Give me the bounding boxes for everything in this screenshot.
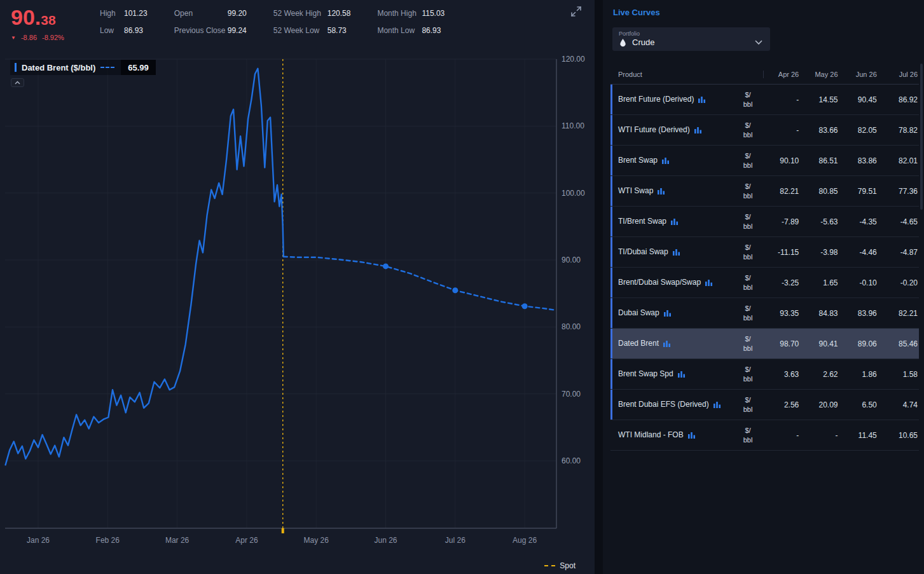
portfolio-value: Crude <box>632 38 654 47</box>
expand-arrows-icon <box>570 6 582 17</box>
portfolio-dropdown[interactable]: Portfolio Crude <box>612 27 770 51</box>
product-cell[interactable]: WTI Future (Derived) <box>610 125 733 135</box>
curve-value: 1.65 <box>802 278 841 287</box>
product-name: Dubai Swap <box>618 308 659 318</box>
mini-chart-icon[interactable] <box>658 188 665 195</box>
column-header-apr26[interactable]: Apr 26 <box>763 71 802 78</box>
mini-chart-icon[interactable] <box>714 402 721 408</box>
product-name: TI/Brent Swap <box>618 217 666 226</box>
mini-chart-icon[interactable] <box>664 310 671 317</box>
unit-cell: $/ bbl <box>733 426 763 445</box>
curve-value: 90.10 <box>763 156 802 165</box>
curve-value: - <box>763 431 802 440</box>
expand-chart-button[interactable] <box>569 5 583 19</box>
table-row[interactable]: Dated Brent$/ bbl98.7090.4189.0685.46 <box>610 329 919 359</box>
price-chart[interactable]: Jan 26Feb 26Mar 26Apr 26May 26Jun 26Jul … <box>0 54 595 574</box>
curve-value: -0.10 <box>841 278 880 287</box>
table-header-row: Product Apr 26 May 26 Jun 26 Jul 26 <box>610 66 919 85</box>
product-name: WTI Future (Derived) <box>618 125 690 135</box>
table-row[interactable]: WTI Midland - FOB$/ bbl--11.4510.65 <box>610 420 919 451</box>
change-percent: -8.92% <box>42 34 64 41</box>
row-accent-bar <box>610 237 612 267</box>
unit-cell: $/ bbl <box>733 395 763 414</box>
collapse-legend-button[interactable] <box>11 78 24 87</box>
mini-chart-icon[interactable] <box>698 97 705 103</box>
product-cell[interactable]: Dubai Swap <box>610 308 733 318</box>
curve-value: -0.20 <box>880 278 919 287</box>
product-name: Brent Swap Spd <box>618 369 673 379</box>
mini-chart-icon[interactable] <box>662 158 669 164</box>
column-header-may26[interactable]: May 26 <box>802 71 841 78</box>
product-cell[interactable]: TI/Dubai Swap <box>610 247 733 257</box>
curve-table-body: Brent Future (Derived)$/ bbl-14.5590.458… <box>610 85 919 451</box>
product-cell[interactable]: WTI Midland - FOB <box>610 430 733 440</box>
product-cell[interactable]: WTI Swap <box>610 186 733 196</box>
table-row[interactable]: TI/Brent Swap$/ bbl-7.89-5.63-4.35-4.65 <box>610 207 919 237</box>
product-cell[interactable]: Brent Swap <box>610 156 733 165</box>
spot-dash-swatch <box>544 565 555 566</box>
stat-group: High101.23 Low86.93 <box>100 9 148 43</box>
curve-value: 86.92 <box>880 95 919 104</box>
table-row[interactable]: Brent Swap Spd$/ bbl3.632.621.861.58 <box>610 359 919 390</box>
mini-chart-icon[interactable] <box>673 249 680 256</box>
product-cell[interactable]: TI/Brent Swap <box>610 217 733 226</box>
price-integer: 90. <box>11 5 41 29</box>
svg-text:Jul 26: Jul 26 <box>445 536 465 545</box>
svg-text:Jun 26: Jun 26 <box>374 536 397 545</box>
stat-value: 58.73 <box>328 26 347 35</box>
row-accent-bar <box>610 115 612 145</box>
product-name: Brent Future (Derived) <box>618 95 694 104</box>
table-row[interactable]: Dubai Swap$/ bbl93.3584.8383.9682.21 <box>610 298 919 329</box>
table-row[interactable]: TI/Dubai Swap$/ bbl-11.15-3.98-4.46-4.87 <box>610 237 919 268</box>
change-value: -8.86 <box>21 34 37 41</box>
row-accent-bar <box>610 298 612 328</box>
curve-value: - <box>802 431 841 440</box>
curve-value: -11.15 <box>763 248 802 257</box>
svg-text:80.00: 80.00 <box>562 322 581 331</box>
column-header-jul26[interactable]: Jul 26 <box>880 71 919 78</box>
unit-cell: $/ bbl <box>733 243 763 262</box>
column-header-jun26[interactable]: Jun 26 <box>841 71 880 78</box>
unit-cell: $/ bbl <box>733 334 763 353</box>
stat-value: 101.23 <box>124 9 148 18</box>
curve-value: 83.96 <box>841 309 880 318</box>
live-curves-title[interactable]: Live Curves <box>613 8 919 17</box>
unit-cell: $/ bbl <box>733 365 763 384</box>
series-label: Dated Brent ($/bbl) <box>22 63 95 72</box>
chart-panel: 90.38 ▼ -8.86 -8.92% High101.23 Low86.93… <box>0 0 595 574</box>
stat-value: 120.58 <box>328 9 351 18</box>
column-header-product[interactable]: Product <box>610 71 733 78</box>
mini-chart-icon[interactable] <box>671 219 678 225</box>
mini-chart-icon[interactable] <box>688 432 695 439</box>
product-cell[interactable]: Brent/Dubai Swap/Swap <box>610 278 733 287</box>
table-row[interactable]: WTI Swap$/ bbl82.2180.8579.5177.36 <box>610 176 919 207</box>
mini-chart-icon[interactable] <box>678 371 685 378</box>
table-row[interactable]: Brent Future (Derived)$/ bbl-14.5590.458… <box>610 85 919 115</box>
table-row[interactable]: WTI Future (Derived)$/ bbl-83.6682.0578.… <box>610 115 919 146</box>
stat-label: 52 Week Low <box>273 26 328 35</box>
down-triangle-icon: ▼ <box>11 35 16 41</box>
product-cell[interactable]: Brent Swap Spd <box>610 369 733 379</box>
mini-chart-icon[interactable] <box>663 341 670 347</box>
mini-chart-icon[interactable] <box>694 127 701 133</box>
table-row[interactable]: Brent Swap$/ bbl90.1086.5183.8682.01 <box>610 146 919 176</box>
product-cell[interactable]: Brent Dubai EFS (Derived) <box>610 400 733 409</box>
series-color-bar <box>15 63 17 72</box>
curve-value: -3.25 <box>763 278 802 287</box>
table-row[interactable]: Brent Dubai EFS (Derived)$/ bbl2.5620.09… <box>610 390 919 420</box>
curve-value: -4.35 <box>841 217 880 226</box>
price-decimal: 38 <box>41 13 55 27</box>
curve-value: 6.50 <box>841 400 880 409</box>
price-chart-area[interactable]: Jan 26Feb 26Mar 26Apr 26May 26Jun 26Jul … <box>0 54 595 574</box>
product-cell[interactable]: Dated Brent <box>610 339 733 348</box>
curve-value: 10.65 <box>880 431 919 440</box>
svg-text:Jan 26: Jan 26 <box>27 536 50 545</box>
svg-text:Apr 26: Apr 26 <box>235 536 258 545</box>
mini-chart-icon[interactable] <box>705 280 712 286</box>
table-row[interactable]: Brent/Dubai Swap/Swap$/ bbl-3.251.65-0.1… <box>610 268 919 298</box>
product-cell[interactable]: Brent Future (Derived) <box>610 95 733 104</box>
product-name: Brent Swap <box>618 156 658 165</box>
stat-label: 52 Week High <box>273 9 328 18</box>
scrollbar-thumb[interactable] <box>920 64 923 210</box>
curve-value: 77.36 <box>880 187 919 196</box>
